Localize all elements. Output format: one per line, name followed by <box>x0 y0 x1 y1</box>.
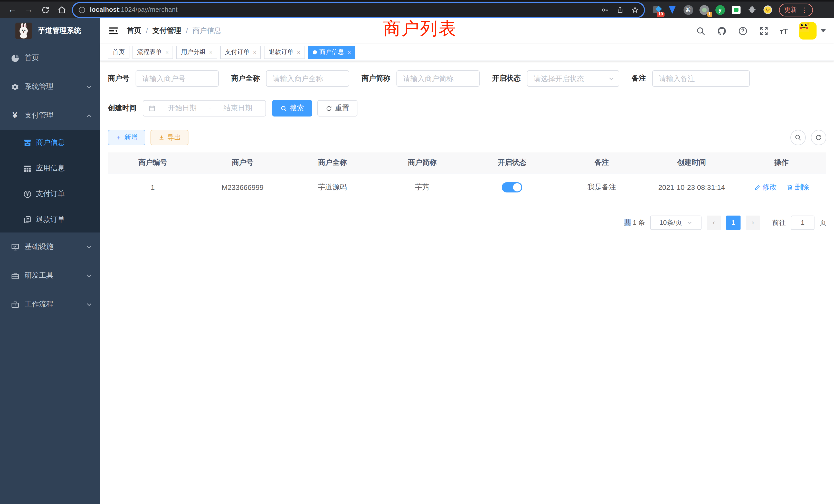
github-icon[interactable] <box>717 26 726 36</box>
sidebar-item-workflow[interactable]: 工作流程 <box>0 290 100 319</box>
sidebar: 芋道管理系统 首页 系统管理 ¥ 支付管理 <box>0 18 100 504</box>
site-info-icon[interactable] <box>78 6 86 14</box>
extension-camera-icon[interactable]: 1 <box>699 5 709 15</box>
chevron-down-icon <box>687 220 692 225</box>
browser-menu-icon[interactable]: ⋮ <box>801 6 808 14</box>
next-page-button[interactable]: › <box>746 215 760 230</box>
cell-full-name: 芋道源码 <box>288 173 377 202</box>
refresh-table-button[interactable] <box>811 130 826 145</box>
toggle-search-button[interactable] <box>790 130 806 145</box>
toolbox-icon <box>10 271 20 280</box>
extension-y-icon[interactable]: y <box>715 5 725 15</box>
sidebar-item-refund-order[interactable]: 退款订单 <box>0 207 100 232</box>
merchant-full-name-label: 商户全称 <box>231 74 266 83</box>
close-icon[interactable]: × <box>209 49 213 55</box>
col-merchant-id: 商户编号 <box>108 153 198 173</box>
collapse-sidebar-icon[interactable] <box>108 26 118 36</box>
sidebar-item-pay-order[interactable]: 支付订单 <box>0 181 100 207</box>
sidebar-item-app-info[interactable]: 应用信息 <box>0 156 100 181</box>
remark-input[interactable] <box>652 70 750 87</box>
browser-back-button[interactable]: ← <box>6 3 19 17</box>
sidebar-item-pay[interactable]: ¥ 支付管理 <box>0 101 100 130</box>
breadcrumb-home[interactable]: 首页 <box>127 26 141 36</box>
refresh-icon <box>326 105 332 112</box>
help-icon[interactable] <box>738 26 747 36</box>
fullscreen-icon[interactable] <box>759 26 769 36</box>
merchant-full-name-input[interactable] <box>266 70 349 87</box>
merchant-short-name-input[interactable] <box>396 70 480 87</box>
tab-user-group[interactable]: 用户分组× <box>176 45 217 59</box>
col-full-name: 商户全称 <box>288 153 377 173</box>
extensions-puzzle-icon[interactable] <box>747 5 757 15</box>
goto-page-input[interactable] <box>791 215 814 230</box>
sidebar-item-infra[interactable]: 基础设施 <box>0 232 100 261</box>
merchant-short-name-label: 商户简称 <box>361 74 396 83</box>
chevron-down-icon <box>86 244 92 250</box>
screen: 商户列表 ← → localhost:1024/pay/merchant 10 <box>0 0 834 504</box>
header-search-icon[interactable] <box>696 26 705 36</box>
tags-view-bar: 首页 流程表单× 用户分组× 支付订单× 退款订单× 商户信息× <box>100 44 834 61</box>
col-short-name: 商户简称 <box>377 153 467 173</box>
breadcrumb-pay[interactable]: 支付管理 <box>153 26 181 36</box>
delete-link[interactable]: 删除 <box>786 182 809 192</box>
remark-label: 备注 <box>632 74 652 83</box>
close-icon[interactable]: × <box>348 49 351 55</box>
search-button[interactable]: 搜索 <box>272 100 312 116</box>
prev-page-button[interactable]: ‹ <box>707 215 721 230</box>
create-time-range-picker[interactable]: 开始日期 - 结束日期 <box>143 100 266 116</box>
reset-button[interactable]: 重置 <box>317 100 357 116</box>
col-merchant-no: 商户号 <box>198 153 288 173</box>
close-icon[interactable]: × <box>166 49 169 55</box>
sidebar-logo[interactable]: 芋道管理系统 <box>0 18 100 44</box>
browser-forward-button[interactable]: → <box>22 3 36 17</box>
sidebar-item-dev-tools[interactable]: 研发工具 <box>0 261 100 290</box>
extension-kite-icon[interactable] <box>667 5 677 15</box>
chevron-up-icon <box>86 113 92 118</box>
browser-reload-button[interactable] <box>39 3 52 17</box>
chevron-down-icon <box>86 84 92 90</box>
merchant-no-input[interactable] <box>136 70 219 87</box>
user-menu[interactable] <box>799 22 826 40</box>
add-button[interactable]: ＋ 新增 <box>108 130 145 145</box>
browser-home-button[interactable] <box>55 3 68 17</box>
chevron-down-icon <box>86 273 92 278</box>
font-size-icon[interactable]: TT <box>780 26 788 35</box>
status-label: 开启状态 <box>492 74 527 83</box>
page-size-select[interactable]: 10条/页 <box>650 215 702 230</box>
goto-label: 前往 <box>772 218 786 227</box>
monitor-icon <box>10 242 20 251</box>
create-time-label: 创建时间 <box>108 104 143 113</box>
export-button[interactable]: 导出 <box>151 130 189 145</box>
share-icon[interactable] <box>616 6 624 14</box>
yen-circle-icon <box>23 189 32 199</box>
user-avatar[interactable] <box>799 22 816 40</box>
page-content: 商户号 商户全称 商户简称 开启状态 <box>100 61 834 504</box>
status-select[interactable] <box>527 70 619 87</box>
sidebar-item-home[interactable]: 首页 <box>0 44 100 72</box>
breadcrumb-current: 商户信息 <box>193 26 221 36</box>
extension-chat-icon[interactable] <box>731 5 741 15</box>
address-bar[interactable]: localhost:1024/pay/merchant <box>73 3 644 17</box>
tab-merchant-info[interactable]: 商户信息× <box>308 45 356 59</box>
tab-pay-order[interactable]: 支付订单× <box>220 45 261 59</box>
edit-link[interactable]: 修改 <box>754 182 777 192</box>
extension-tasks-icon[interactable]: 10 <box>651 5 661 15</box>
tab-refund-order[interactable]: 退款订单× <box>264 45 305 59</box>
extension-command-icon[interactable]: ⌘ <box>683 5 693 15</box>
browser-update-button[interactable]: 更新 ⋮ <box>779 3 813 16</box>
close-icon[interactable]: × <box>253 49 257 55</box>
tab-process-form[interactable]: 流程表单× <box>132 45 173 59</box>
sidebar-item-merchant-info[interactable]: 商户信息 <box>0 130 100 156</box>
bookmark-star-icon[interactable] <box>631 6 639 14</box>
profile-emoji-icon[interactable] <box>763 5 773 15</box>
download-icon <box>158 134 165 141</box>
col-actions: 操作 <box>737 153 826 173</box>
pagination: 共 1 条 10条/页 ‹ 1 › 前往 页 <box>108 215 826 230</box>
table-row: 1 M233666999 芋道源码 芋艿 我是备注 2021-10-23 08:… <box>108 173 826 202</box>
page-1-button[interactable]: 1 <box>726 215 741 230</box>
status-toggle[interactable] <box>502 182 522 192</box>
saved-passwords-icon[interactable] <box>601 6 609 14</box>
tab-home[interactable]: 首页 <box>108 45 129 59</box>
sidebar-item-system[interactable]: 系统管理 <box>0 72 100 101</box>
close-icon[interactable]: × <box>297 49 301 55</box>
